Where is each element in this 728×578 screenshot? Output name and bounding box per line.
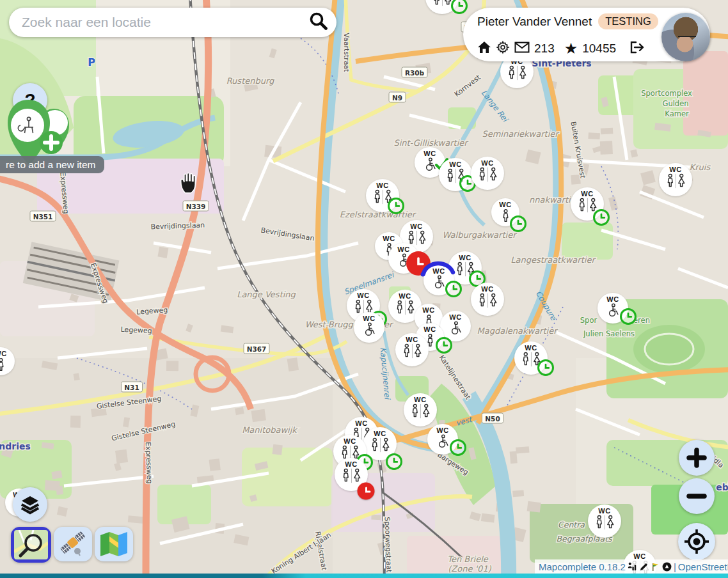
opening-hours-open-badge: [620, 308, 637, 325]
opening-hours-open-badge: [451, 0, 468, 14]
basemap-satellite-button[interactable]: [54, 527, 92, 561]
satellite-icon: [58, 530, 88, 558]
selected-arc-marker[interactable]: [419, 251, 459, 281]
opening-hours-open-badge: [386, 453, 402, 470]
add-item-tooltip: re to add a new item: [0, 156, 104, 173]
map-marker-toilet[interactable]: WC: [0, 347, 15, 375]
opening-hours-open-badge: [510, 215, 526, 232]
marker-label: WC: [423, 150, 436, 157]
map-marker-toilet[interactable]: WC: [395, 333, 429, 366]
zoom-out-button[interactable]: [679, 478, 715, 514]
flag-icon[interactable]: [651, 562, 660, 572]
marker-label: WC: [355, 419, 368, 427]
marker-label: WC: [581, 190, 594, 198]
map-marker-toilet[interactable]: WC: [404, 393, 437, 426]
geolocate-button[interactable]: [678, 523, 715, 560]
marker-label: WC: [0, 350, 7, 357]
marker-label: WC: [459, 254, 471, 262]
pencil-icon[interactable]: [639, 562, 649, 572]
marker-label: WC: [449, 160, 462, 168]
messages-icon[interactable]: [514, 42, 530, 56]
crosshair-icon: [684, 529, 709, 554]
map-marker-toilet[interactable]: WC: [659, 163, 692, 196]
marker-label: WC: [481, 285, 494, 293]
star-icon: ★: [564, 40, 578, 58]
toilet-m-icon: [0, 357, 6, 375]
marker-label: WC: [499, 201, 512, 208]
marker-label: WC: [374, 430, 386, 437]
marker-label: WC: [397, 246, 410, 253]
marker-label: WC: [598, 507, 611, 515]
statistics-icon[interactable]: [628, 562, 637, 572]
hand-cursor-icon: [177, 170, 200, 194]
opening-hours-open-badge: [450, 439, 466, 456]
home-icon[interactable]: [477, 41, 491, 57]
testing-badge: TESTING: [598, 13, 658, 29]
search-icon[interactable]: [308, 11, 329, 34]
opening-hours-open-badge: [436, 337, 452, 354]
marker-label: WC: [606, 295, 619, 303]
toilet-wheel-icon: [361, 322, 377, 340]
zoom-in-button[interactable]: [679, 440, 715, 476]
map-marker-toilet[interactable]: WC: [588, 504, 621, 538]
marker-label: WC: [481, 159, 494, 167]
layers-icon: [19, 493, 42, 516]
user-name: Pieter Vander Vennet: [477, 15, 592, 29]
search-input[interactable]: [20, 14, 308, 31]
marker-label: WC: [344, 437, 356, 445]
map-marker-toilet[interactable]: WC: [471, 157, 504, 190]
toilet-mf-icon: [477, 293, 498, 311]
toilet-wheel-icon: [435, 434, 450, 451]
opening-hours-open-badge: [593, 209, 610, 226]
user-avatar[interactable]: [661, 13, 710, 61]
marker-label: WC: [436, 426, 449, 434]
opening-hours-open-badge: [445, 281, 462, 297]
settings-gear-icon[interactable]: [496, 40, 510, 58]
toilet-mf-icon: [410, 403, 431, 421]
opening-hours-closed-badge: [358, 483, 375, 500]
marker-label: WC: [345, 460, 358, 468]
attribution-separator: |: [674, 561, 676, 572]
toilet-m-icon: [501, 208, 510, 226]
search-bar: [9, 8, 336, 37]
community-icon[interactable]: [662, 562, 672, 572]
mapcomplete-app: Brugge-Sint-PietersRustenburgVaartstraat…: [0, 0, 728, 578]
changeset-count: 10455: [582, 42, 616, 56]
basemap-map-button[interactable]: [95, 527, 133, 561]
marker-label: WC: [669, 166, 682, 173]
app-version[interactable]: Mapcomplete 0.18.2: [539, 561, 626, 572]
folded-map-icon: [99, 530, 129, 558]
toilet-mf-icon: [402, 343, 423, 361]
basemap-carto-button[interactable]: [11, 527, 51, 563]
map-marker-toilet[interactable]: WC: [354, 312, 384, 343]
marker-label: WC: [525, 344, 537, 352]
toilet-mf-icon: [370, 437, 391, 455]
opening-hours-open-badge: [537, 359, 554, 376]
marker-label: WC: [376, 182, 389, 189]
marker-label: WC: [406, 336, 418, 343]
layers-button[interactable]: [13, 487, 47, 522]
toilet-wheel-icon: [448, 321, 463, 338]
toilet-mf-icon: [395, 300, 416, 318]
toilet-mf-icon: [432, 0, 453, 9]
marker-label: WC: [399, 292, 411, 300]
toilet-mf-icon: [477, 167, 498, 185]
toilet-mf-icon: [594, 515, 615, 533]
toilet-mf-icon: [665, 173, 686, 191]
toilet-mf-icon: [507, 65, 528, 83]
marker-label: WC: [422, 306, 435, 314]
attribution-bar: Mapcomplete 0.18.2 | OpenStreetMap: [535, 559, 728, 574]
marker-label: WC: [383, 235, 395, 242]
logout-icon[interactable]: [629, 41, 645, 57]
map-marker-toilet[interactable]: WC: [471, 283, 504, 316]
osm-attribution-link[interactable]: OpenStreetMap: [678, 561, 728, 572]
bottom-progress-bar: [0, 574, 728, 578]
marker-label: WC: [449, 313, 462, 321]
toilet-wheel-icon: [605, 303, 621, 320]
marker-label: WC: [410, 223, 423, 230]
carto-thumbnail-icon: [14, 530, 48, 559]
plus-icon: [686, 447, 708, 469]
pin-circle: [11, 109, 44, 142]
avatar-glasses: [678, 36, 696, 42]
marker-label: WC: [414, 396, 427, 403]
